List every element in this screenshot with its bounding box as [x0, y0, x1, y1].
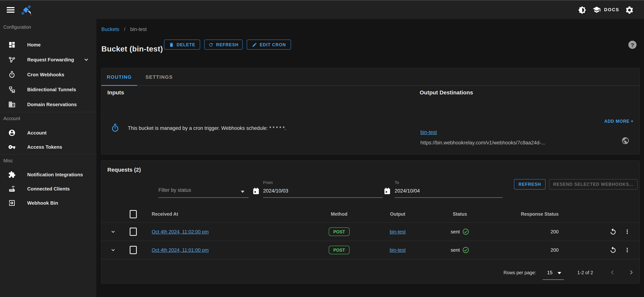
docs-label: DOCS — [604, 7, 619, 12]
dashboard-icon — [8, 41, 16, 49]
output-link[interactable]: bin-test — [390, 247, 406, 253]
sidebar-item-request-forwarding[interactable]: Request Forwarding — [0, 52, 97, 67]
page-title: Bucket (bin-test) — [101, 44, 163, 53]
from-date-field[interactable]: 2024/10/03 — [263, 188, 288, 194]
rows-per-page-label: Rows per page: — [504, 270, 536, 275]
rows-per-page-caret-icon[interactable] — [558, 272, 561, 274]
calendar-icon-from[interactable] — [252, 187, 260, 195]
help-button[interactable]: ? — [628, 41, 636, 49]
pencil-icon — [252, 42, 257, 47]
status-filter-select[interactable]: Filter by status — [158, 187, 191, 193]
expand-row-icon[interactable] — [110, 228, 116, 235]
cron-notice: This bucket is managed by a cron trigger… — [128, 125, 286, 131]
rows-per-page-select[interactable]: 15 — [547, 270, 552, 275]
resend-icon[interactable] — [609, 228, 617, 235]
domain-icon — [8, 101, 16, 108]
add-more-button[interactable]: ADD MORE + — [604, 119, 634, 124]
sidebar: Configuration Home Request Forwarding Cr… — [0, 19, 97, 297]
resend-icon[interactable] — [609, 246, 617, 254]
pagination-range: 1-2 of 2 — [577, 270, 593, 275]
rows-per-page-underline — [543, 279, 564, 280]
refresh-bucket-button[interactable]: REFRESH — [204, 40, 242, 50]
requests-refresh-button[interactable]: REFRESH — [514, 179, 546, 190]
menu-icon[interactable] — [7, 7, 14, 13]
puzzle-icon — [8, 171, 16, 178]
sidebar-item-domain-reservations[interactable]: Domain Reservations — [0, 97, 97, 112]
tab-settings[interactable]: SETTINGS — [137, 68, 181, 86]
sidebar-section-misc: Misc — [3, 158, 13, 163]
breadcrumb-separator: / — [124, 27, 126, 32]
expand-row-icon[interactable] — [110, 247, 116, 253]
sidebar-item-notification-integrations[interactable]: Notification Integrations — [0, 167, 97, 182]
theme-toggle-icon[interactable] — [578, 6, 586, 14]
tab-routing[interactable]: ROUTING — [101, 68, 137, 86]
received-at-link[interactable]: Oct 4th 2024, 11:01:00 pm — [152, 247, 209, 253]
sidebar-item-bidirectional-tunnels[interactable]: Bidirectional Tunnels — [0, 82, 97, 97]
check-circle-icon — [462, 246, 469, 253]
chevron-down-icon[interactable] — [83, 56, 90, 63]
outputs-title: Output Destinations — [420, 89, 473, 96]
to-date-field[interactable]: 2024/10/04 — [395, 188, 420, 194]
received-at-link[interactable]: Oct 4th 2024, 11:02:00 pm — [152, 229, 209, 234]
select-caret-icon[interactable] — [241, 191, 244, 193]
inputs-title: Inputs — [107, 89, 124, 96]
refresh-icon — [208, 42, 213, 47]
resend-selected-button[interactable]: RESEND SELECTED WEBHOOKS... — [549, 179, 638, 190]
kebab-menu-icon[interactable] — [624, 247, 630, 253]
calendar-icon-to[interactable] — [384, 187, 391, 195]
row-checkbox[interactable] — [130, 228, 137, 236]
status-filter-underline — [158, 197, 248, 198]
breadcrumb: Buckets / bin-test — [101, 27, 147, 32]
row-checkbox[interactable] — [130, 246, 137, 254]
globe-icon[interactable] — [621, 137, 630, 145]
response-status: 200 — [551, 247, 559, 253]
kebab-menu-icon[interactable] — [624, 228, 630, 235]
edit-cron-button[interactable]: EDIT CRON — [247, 40, 291, 50]
requests-title: Requests (2) — [107, 166, 141, 173]
col-output: Output — [390, 211, 405, 217]
sidebar-item-access-tokens[interactable]: Access Tokens — [0, 140, 97, 154]
prev-page-icon[interactable] — [608, 268, 616, 276]
sidebar-divider — [0, 154, 97, 154]
table-row: Oct 4th 2024, 11:01:00 pm POST bin-test … — [101, 241, 640, 259]
next-page-icon[interactable] — [627, 268, 636, 276]
check-circle-icon — [462, 228, 469, 235]
output-link[interactable]: bin-test — [390, 229, 406, 234]
status-cell: sent — [450, 228, 469, 235]
sidebar-divider — [0, 112, 97, 112]
sidebar-item-webhook-bin[interactable]: Webhook Bin — [0, 195, 97, 210]
delete-button[interactable]: DELETE — [164, 40, 200, 50]
response-status: 200 — [551, 229, 559, 234]
router-icon — [8, 185, 16, 192]
from-underline — [263, 197, 383, 198]
school-icon — [592, 6, 601, 14]
from-label: From — [263, 180, 272, 185]
active-tab-indicator — [101, 85, 137, 86]
select-all-checkbox[interactable] — [130, 210, 137, 218]
sidebar-item-home[interactable]: Home — [0, 37, 97, 52]
settings-gear-icon[interactable] — [625, 6, 634, 15]
destination-name-link[interactable]: bin-test — [420, 129, 437, 135]
sidebar-item-cron-webhooks[interactable]: Cron Webhooks — [0, 67, 97, 82]
exit-to-app-icon — [8, 199, 16, 207]
col-status: Status — [453, 211, 467, 217]
webhookrelay-logo-icon[interactable] — [20, 3, 33, 17]
sidebar-section-configuration: Configuration — [3, 25, 31, 30]
to-underline — [395, 197, 503, 198]
sidebar-item-account[interactable]: Account — [0, 125, 97, 140]
tab-bar: ROUTING SETTINGS — [101, 68, 640, 86]
docs-button[interactable]: DOCS — [592, 6, 619, 14]
table-row: Oct 4th 2024, 11:02:00 pm POST bin-test … — [101, 223, 640, 241]
col-response-status: Response Status — [521, 211, 559, 217]
app-root: DOCS Configuration Home Request Forwardi… — [0, 0, 644, 297]
table-header: Received At Method Output Status Respons… — [101, 206, 640, 223]
account-icon — [8, 129, 16, 137]
method-badge: POST — [329, 246, 350, 254]
col-method: Method — [331, 211, 348, 217]
top-app-bar: DOCS — [0, 0, 644, 19]
sidebar-item-connected-clients[interactable]: Connected Clients — [0, 181, 97, 196]
to-label: To — [395, 180, 399, 185]
hub-icon — [8, 56, 16, 64]
breadcrumb-buckets-link[interactable]: Buckets — [101, 27, 119, 32]
trash-icon — [169, 42, 174, 47]
